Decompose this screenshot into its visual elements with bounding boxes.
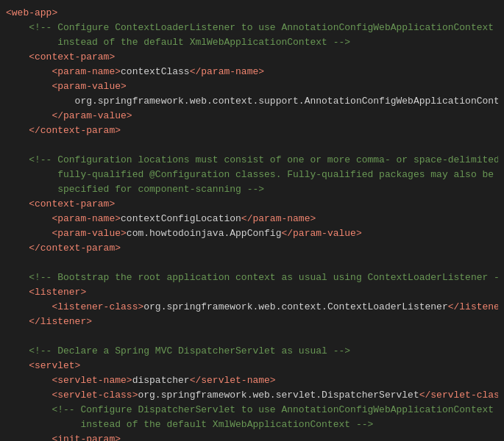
code-line: <!-- Configuration locations must consis… xyxy=(0,153,504,168)
tag-segment: <init-param> xyxy=(6,434,121,441)
code-line: </param-value> xyxy=(0,109,504,123)
tag-segment: <listener-class> xyxy=(6,301,143,312)
code-line: <!-- Bootstrap the root application cont… xyxy=(0,270,504,285)
tag-segment: </servlet-name> xyxy=(190,375,276,386)
code-line: <listener> xyxy=(0,285,504,300)
tag-segment: <servlet> xyxy=(6,360,80,371)
comment-segment: fully-qualified @Configuration classes. … xyxy=(6,169,494,180)
text-segment: org.springframework.web.servlet.Dispatch… xyxy=(138,390,419,401)
code-line: <init-param> xyxy=(0,432,504,441)
text-segment: com.howtodoinjava.AppConfig xyxy=(127,228,282,239)
code-line xyxy=(0,329,504,344)
code-line: <!-- Declare a Spring MVC DispatcherServ… xyxy=(0,344,504,359)
comment-segment: <!-- Declare a Spring MVC DispatcherServ… xyxy=(6,345,350,356)
tag-segment: <param-name> xyxy=(6,213,121,224)
tag-segment: </context-param> xyxy=(6,243,121,254)
code-line xyxy=(0,256,504,270)
code-line: instead of the default XmlWebApplication… xyxy=(0,35,504,50)
tag-segment: <listener> xyxy=(6,287,86,298)
tag-segment: <servlet-name> xyxy=(6,375,132,386)
tag-segment: </param-name> xyxy=(190,66,264,77)
code-line: <servlet> xyxy=(0,359,504,373)
code-line: specified for component-scanning --> xyxy=(0,182,504,197)
tag-segment: <param-name> xyxy=(6,66,121,77)
tag-segment: <context-param> xyxy=(6,198,115,209)
text-segment: dispatcher xyxy=(132,375,190,386)
tag-segment: <servlet-class> xyxy=(6,390,138,401)
code-line: instead of the default XmlWebApplication… xyxy=(0,417,504,432)
text-segment: contextClass xyxy=(121,66,190,77)
tag-segment: <param-value> xyxy=(6,228,127,239)
code-editor: <web-app> <!-- Configure ContextLoaderLi… xyxy=(0,0,504,441)
tag-segment: </servlet-class> xyxy=(419,390,498,401)
tag-segment: </listener-c xyxy=(448,301,498,312)
tag-segment: <context-param> xyxy=(6,51,115,62)
text-segment: org.springframework.web.context.support.… xyxy=(6,96,498,107)
code-line: fully-qualified @Configuration classes. … xyxy=(0,168,504,182)
tag-segment: <web-app> xyxy=(6,7,57,18)
code-line: </context-param> xyxy=(0,241,504,256)
code-line xyxy=(0,138,504,153)
code-line: <listener-class>org.springframework.web.… xyxy=(0,300,504,315)
code-line: <!-- Configure ContextLoaderListener to … xyxy=(0,21,504,35)
code-line: <servlet-class>org.springframework.web.s… xyxy=(0,388,504,403)
comment-segment: <!-- Configuration locations must consis… xyxy=(6,154,498,165)
code-line: <param-value>com.howtodoinjava.AppConfig… xyxy=(0,226,504,241)
code-line: <param-value> xyxy=(0,79,504,94)
tag-segment: </param-value> xyxy=(6,110,132,121)
text-segment: org.springframework.web.context.ContextL… xyxy=(143,301,447,312)
code-line: <param-name>contextConfigLocation</param… xyxy=(0,212,504,226)
comment-segment: <!-- Configure ContextLoaderListener to … xyxy=(6,22,494,33)
code-line: </listener> xyxy=(0,315,504,329)
code-line: <web-app> xyxy=(0,6,504,21)
code-line: <context-param> xyxy=(0,50,504,65)
comment-segment: instead of the default XmlWebApplication… xyxy=(6,37,350,48)
code-line: <context-param> xyxy=(0,197,504,212)
tag-segment: <param-value> xyxy=(6,81,127,92)
comment-segment: instead of the default XmlWebApplication… xyxy=(6,419,373,430)
tag-segment: </param-name> xyxy=(241,213,316,224)
code-line: </context-param> xyxy=(0,123,504,138)
code-line: org.springframework.web.context.support.… xyxy=(0,94,504,109)
comment-segment: <!-- Configure DispatcherServlet to use … xyxy=(6,404,494,415)
tag-segment: </param-value> xyxy=(281,228,361,239)
tag-segment: </context-param> xyxy=(6,125,121,136)
code-line: <!-- Configure DispatcherServlet to use … xyxy=(0,403,504,417)
code-line: <param-name>contextClass</param-name> xyxy=(0,65,504,79)
code-line: <servlet-name>dispatcher</servlet-name> xyxy=(0,373,504,388)
comment-segment: <!-- Bootstrap the root application cont… xyxy=(6,272,498,283)
text-segment: contextConfigLocation xyxy=(121,213,241,224)
tag-segment: </listener> xyxy=(6,316,92,327)
comment-segment: specified for component-scanning --> xyxy=(6,184,264,195)
